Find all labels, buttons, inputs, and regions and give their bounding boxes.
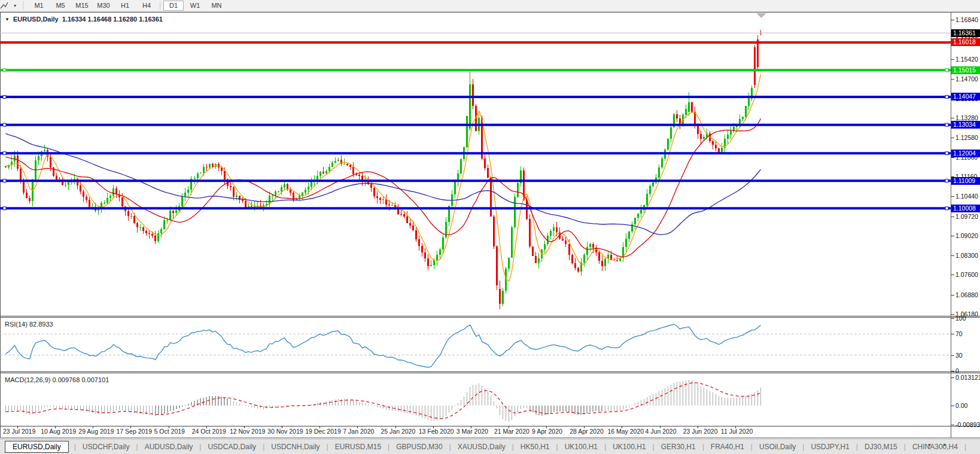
collapse-triangle-icon[interactable]: ▼: [5, 17, 10, 22]
mt4-terminal: { "toolbar": { "timeframes": ["M1","M5",…: [0, 0, 980, 454]
chart-window[interactable]: ▼ EURUSD,Daily 1.16334 1.16468 1.16280 1…: [0, 12, 980, 438]
timeframe-button-m1[interactable]: M1: [29, 1, 49, 11]
timeframe-button-h4[interactable]: H4: [136, 1, 157, 11]
tab-divider: |: [556, 443, 558, 451]
chart-tab[interactable]: USOil,Daily: [758, 441, 797, 452]
tab-divider: |: [136, 443, 138, 451]
timeframe-button-h1[interactable]: H1: [115, 1, 135, 11]
chart-tab[interactable]: USDCHF,Daily: [81, 441, 131, 452]
tab-divider: |: [751, 443, 753, 451]
timeframe-toolbar: ▾ M1M5M15M30H1H4D1W1MN: [0, 0, 980, 12]
chart-tab[interactable]: USDCAD,Daily: [206, 441, 257, 452]
date-label: 11 Jul 2020: [721, 428, 753, 435]
timeframe-button-m30[interactable]: M30: [93, 1, 114, 11]
tab-divider: |: [199, 443, 201, 451]
dropdown-caret-icon[interactable]: ▾: [14, 3, 16, 8]
level-line-blue-5-handle[interactable]: [3, 207, 6, 210]
price-tick-label: 1.09020: [955, 232, 980, 239]
timeframe-button-w1[interactable]: W1: [185, 1, 205, 11]
rsi-tick-label: 70: [955, 330, 980, 337]
toolbar-grip[interactable]: [22, 2, 25, 10]
tab-divider: |: [904, 443, 906, 451]
date-label: 23 Jul 2019: [3, 428, 35, 435]
level-line-blue-1-handle[interactable]: [3, 95, 6, 98]
level-line-blue-3-handle[interactable]: [3, 152, 6, 155]
price-tick-mark: [951, 79, 954, 80]
tab-divider: |: [702, 443, 704, 451]
timeframe-button-mn[interactable]: MN: [206, 1, 227, 11]
chart-tab-active[interactable]: EURUSD,Daily: [5, 441, 69, 453]
chart-tab[interactable]: UK100,H1: [564, 441, 599, 452]
ma-slow: [6, 133, 761, 234]
price-tick-mark: [951, 314, 954, 315]
level-line-blue-2-handle[interactable]: [3, 123, 6, 126]
resistance-line-green-handle[interactable]: [3, 69, 6, 72]
rsi-tick-mark: [951, 371, 954, 371]
price-tick-mark: [951, 157, 954, 158]
tab-divider: |: [388, 443, 389, 451]
chart-tab[interactable]: DJ30,M15: [863, 441, 899, 452]
date-label: 17 Sep 2019: [116, 428, 152, 435]
tab-divider: |: [856, 443, 858, 451]
macd-tick-mark: [951, 425, 954, 425]
price-tick-label: 1.14700: [955, 75, 980, 83]
price-tick-mark: [951, 217, 954, 217]
price-tick-mark: [951, 295, 954, 295]
timeframe-button-d1[interactable]: D1: [163, 1, 184, 11]
level-line-blue-2-handle[interactable]: [945, 123, 948, 126]
rsi-tick-mark: [951, 334, 954, 334]
timeframe-button-m5[interactable]: M5: [50, 1, 71, 11]
chart-tab[interactable]: FRA40,H1: [710, 441, 745, 452]
rsi-tick-label: 100: [955, 315, 980, 322]
chart-tab[interactable]: GBPUSD,M30: [395, 441, 443, 452]
level-line-blue-3-handle[interactable]: [945, 152, 948, 155]
price-tick-mark: [951, 138, 954, 138]
chart-tab[interactable]: EURUSD,M15: [334, 441, 382, 452]
tab-divider: |: [263, 443, 264, 451]
price-tick-label: 1.09720: [955, 213, 980, 220]
date-label: 19 Dec 2019: [305, 428, 341, 435]
date-label: 3 Mar 2020: [456, 428, 488, 435]
date-label: 23 Jun 2020: [683, 428, 718, 435]
macd-pane[interactable]: [0, 373, 951, 426]
price-box: 1.16018: [951, 38, 980, 46]
timeframe-button-m15[interactable]: M15: [72, 1, 92, 11]
price-tick-mark: [951, 20, 954, 20]
rsi-pane[interactable]: [0, 318, 951, 373]
chart-title: ▼ EURUSD,Daily 1.16334 1.16468 1.16280 1…: [5, 16, 163, 23]
macd-tick-mark: [951, 406, 954, 406]
date-label: 7 Jan 2020: [343, 428, 374, 435]
date-label: 10 Aug 2019: [41, 428, 76, 435]
chart-tab[interactable]: GER30,H1: [660, 441, 697, 452]
ma-fast: [6, 74, 761, 282]
tab-scroll-arrows[interactable]: ◂ ▸: [927, 441, 952, 447]
price-tick-mark: [951, 59, 954, 60]
tab-divider: |: [653, 443, 655, 451]
level-line-blue-4-handle[interactable]: [3, 179, 6, 182]
rsi-indicator-label: RSI(14) 82.8933: [5, 321, 53, 328]
chart-tab[interactable]: HK50,H1: [519, 441, 551, 452]
level-line-blue-5-handle[interactable]: [945, 207, 948, 210]
resistance-line-green-handle[interactable]: [945, 69, 948, 72]
date-label: 21 Mar 2020: [494, 428, 529, 435]
price-tick-mark: [951, 196, 954, 197]
tab-divider: |: [449, 443, 451, 451]
chart-tab[interactable]: XAUUSD,Daily: [456, 441, 507, 452]
chart-tab[interactable]: UK100,H1: [611, 441, 647, 452]
chart-shift-marker-icon[interactable]: [756, 13, 766, 18]
price-tick-label: 1.06880: [955, 291, 980, 298]
chart-tab[interactable]: AUDUSD,Daily: [144, 441, 194, 452]
price-axis-border: [951, 12, 951, 438]
price-tick-mark: [951, 275, 954, 275]
price-tick-mark: [951, 255, 954, 256]
rsi-line: [6, 324, 761, 367]
price-box: 1.14047: [951, 93, 980, 100]
level-line-blue-4-handle[interactable]: [945, 179, 948, 182]
line-studies-icon[interactable]: [2, 1, 13, 10]
main-price-pane[interactable]: [0, 12, 951, 317]
date-label: 24 Oct 2019: [192, 428, 226, 435]
chart-tab[interactable]: USDJPY,H1: [809, 441, 850, 452]
tab-divider: |: [964, 443, 966, 451]
chart-tab[interactable]: USDCNH,Daily: [270, 441, 321, 452]
level-line-blue-1-handle[interactable]: [945, 95, 948, 98]
